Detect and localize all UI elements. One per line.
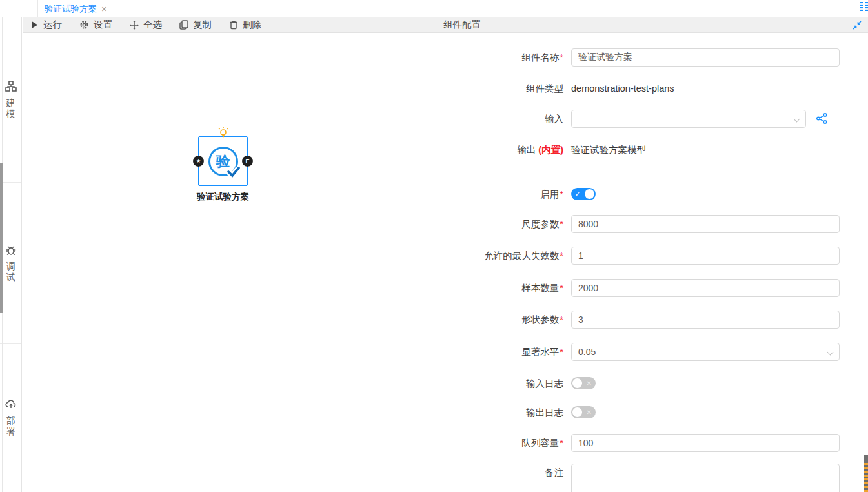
enable-toggle[interactable]: ✓ — [571, 188, 596, 200]
form-row-component-type: 组件类型 demonstration-test-plans — [439, 79, 868, 97]
node-icon: 验 — [208, 147, 238, 176]
scrollbar-thumb-stripes — [864, 463, 868, 492]
sidebar-item-modeling[interactable]: 建模 — [0, 17, 21, 183]
canvas-toolbar: 运行 设置 全选 复制 删除 — [23, 17, 439, 33]
required-mark: * — [560, 347, 563, 357]
share-connections-button[interactable] — [816, 113, 827, 126]
field-label: 组件类型 — [526, 83, 563, 94]
sidebar-item-label: 调试 — [6, 261, 16, 283]
required-mark: * — [560, 283, 563, 293]
panel-title: 组件配置 — [443, 19, 481, 31]
panel-scrollbar[interactable] — [864, 455, 868, 492]
required-mark: * — [560, 219, 563, 229]
lightbulb-icon[interactable] — [217, 126, 230, 139]
field-label: 组件名称 — [521, 52, 559, 63]
form-row-queue-capacity: 队列容量* — [439, 434, 868, 452]
queue-capacity-input[interactable] — [571, 434, 840, 452]
significance-level-value: 0.05 — [578, 347, 596, 357]
sidebar-scrollbar-thumb[interactable] — [0, 163, 3, 313]
settings-button[interactable]: 设置 — [79, 19, 112, 31]
toggle-check-glyph: ✓ — [575, 188, 580, 200]
grid-square — [865, 7, 868, 11]
move-select-icon — [130, 21, 139, 30]
apps-grid-icon[interactable] — [860, 2, 868, 11]
form-row-output-log: 输出日志 ✕ — [439, 404, 868, 422]
shape-param-input[interactable] — [571, 311, 840, 329]
modeling-canvas[interactable]: 验 ★ E 验证试验方案 — [23, 33, 439, 492]
tab-bar: 验证试验方案 × — [0, 0, 868, 17]
remarks-textarea[interactable] — [571, 464, 840, 492]
sample-count-input[interactable] — [571, 279, 840, 297]
input-log-toggle[interactable]: ✕ — [571, 377, 596, 389]
tab-close-icon[interactable]: × — [101, 4, 107, 14]
required-mark: * — [560, 314, 563, 325]
panel-header: 组件配置 — [439, 17, 868, 33]
sidebar-item-label: 建模 — [6, 97, 16, 119]
tab-validation-test-plan[interactable]: 验证试验方案 × — [37, 0, 114, 17]
left-sidebar: 建模 调试 部署 — [0, 17, 22, 492]
field-label: 样本数量 — [521, 283, 559, 293]
check-swoosh-icon — [227, 167, 241, 178]
select-all-button[interactable]: 全选 — [130, 19, 162, 31]
sidebar-item-debug[interactable]: 调试 — [0, 183, 21, 344]
settings-label: 设置 — [94, 19, 112, 31]
max-failures-input[interactable] — [571, 247, 840, 265]
grid-square — [860, 2, 863, 6]
field-label: 显著水平 — [521, 347, 559, 357]
run-button[interactable]: 运行 — [31, 19, 62, 31]
chevron-down-icon — [794, 116, 800, 123]
cloud-upload-icon — [5, 398, 17, 410]
toggle-knob — [585, 189, 594, 199]
significance-level-select[interactable]: 0.05 — [571, 343, 840, 361]
scale-param-input[interactable] — [571, 215, 840, 233]
output-port[interactable]: E — [242, 156, 253, 167]
form-row-sample-count: 样本数量* — [439, 279, 868, 297]
required-mark: * — [560, 52, 563, 63]
component-name-input[interactable] — [571, 48, 840, 67]
play-icon — [31, 21, 39, 29]
form-row-output: 输出 (内置) 验证试验方案模型 — [439, 141, 868, 159]
output-log-toggle[interactable]: ✕ — [571, 406, 596, 418]
delete-button[interactable]: 删除 — [229, 19, 261, 31]
field-label: 输入 — [545, 114, 563, 124]
required-mark: * — [560, 251, 563, 261]
form-row-shape-param: 形状参数* — [439, 311, 868, 329]
form-row-component-name: 组件名称* — [439, 48, 868, 67]
required-mark: * — [560, 438, 563, 448]
node-validation-test-plan[interactable]: 验 ★ E 验证试验方案 — [198, 136, 248, 186]
copy-button[interactable]: 复制 — [179, 19, 212, 31]
panel-body: 组件名称* 组件类型 demonstration-test-plans 输入 — [439, 33, 868, 492]
grid-square — [865, 2, 868, 6]
field-label: 启用 — [540, 189, 559, 200]
toggle-x-glyph: ✕ — [587, 377, 592, 389]
field-label: 允许的最大失效数 — [484, 251, 559, 261]
scrollbar-thumb-top — [864, 455, 868, 463]
collapse-panel-button[interactable] — [853, 21, 862, 30]
field-label: 队列容量 — [521, 438, 559, 448]
input-select[interactable] — [571, 110, 806, 128]
shrink-icon — [853, 21, 862, 30]
form-row-enable: 启用* ✓ — [439, 185, 868, 203]
toggle-knob — [572, 378, 582, 388]
toggle-x-glyph: ✕ — [587, 406, 592, 418]
required-mark: * — [560, 189, 563, 200]
tab-title: 验证试验方案 — [45, 3, 97, 15]
node-label: 验证试验方案 — [197, 191, 249, 203]
hierarchy-icon — [5, 81, 17, 92]
sidebar-item-deploy[interactable]: 部署 — [0, 344, 21, 491]
field-label: 备注 — [545, 467, 563, 478]
field-label: 输出 — [517, 145, 536, 155]
form-row-scale-param: 尺度参数* — [439, 215, 868, 233]
toggle-knob — [572, 407, 582, 417]
sidebar-item-label: 部署 — [6, 415, 16, 437]
field-label: 尺度参数 — [521, 219, 559, 229]
output-port-glyph: E — [245, 158, 249, 165]
input-port-glyph: ★ — [196, 158, 201, 164]
form-row-significance-level: 显著水平* 0.05 — [439, 343, 868, 361]
delete-label: 删除 — [243, 19, 261, 31]
input-port[interactable]: ★ — [193, 156, 204, 167]
field-label: 形状参数 — [521, 314, 559, 325]
select-all-label: 全选 — [143, 19, 162, 31]
grid-square — [860, 7, 863, 11]
form-row-input-log: 输入日志 ✕ — [439, 374, 868, 393]
